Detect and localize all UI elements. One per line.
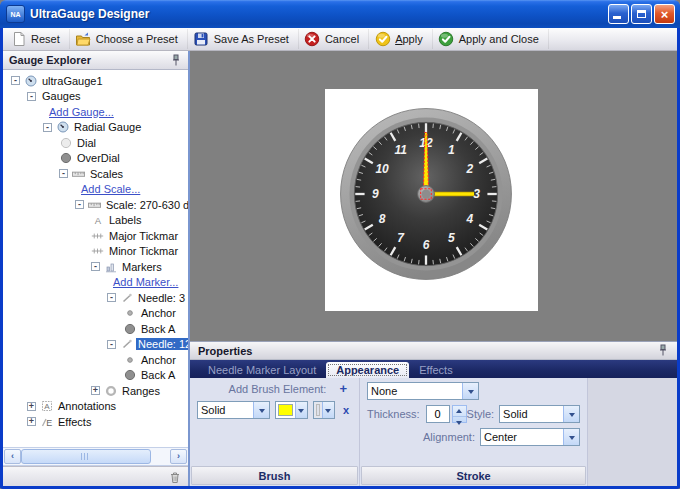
tree-item-major-tickmar[interactable]: Major Tickmar [3,228,188,244]
delete-trash-icon[interactable] [167,469,182,484]
tree-item-label: Dial [75,137,98,149]
stroke-group-footer: Stroke [361,466,586,485]
expander-collapse-icon[interactable]: - [27,92,36,101]
ruler-icon [88,199,101,211]
tree-item-back-a[interactable]: Back A [3,368,188,384]
brush-type-select[interactable]: Solid [197,401,270,419]
save-as-preset-button[interactable]: Save As Preset [188,29,299,49]
svg-text:A: A [94,215,101,226]
circle-dark-icon [123,369,136,381]
tree-item-annotations[interactable]: +AAnnotations [3,399,188,415]
tree-item-label: Radial Gauge [72,121,143,133]
page-icon [10,31,27,48]
tree-item-minor-tickmar[interactable]: Minor Tickmar [3,244,188,260]
gauge-explorer-panel: Gauge Explorer -ultraGauge1-GaugesAdd Ga… [3,51,190,486]
style-label: Style: [467,408,495,420]
reset-button[interactable]: Reset [5,29,70,49]
ring-icon [104,385,117,397]
tree-item-ultragauge1[interactable]: -ultraGauge1 [3,73,188,89]
tab-needle-marker-layout[interactable]: Needle Marker Layout [198,362,326,378]
style-select[interactable]: Solid [499,405,580,423]
chevron-down-icon[interactable] [322,402,334,418]
expander-collapse-icon[interactable]: - [43,123,52,132]
chevron-down-icon[interactable] [295,402,307,418]
tree-item-ranges[interactable]: +Ranges [3,383,188,399]
svg-text:10: 10 [375,162,389,176]
brush-extra-select[interactable] [313,401,335,419]
tree-item-label: Needle: 3 [136,292,187,304]
dot-icon [123,307,136,319]
scroll-left-icon[interactable]: ‹ [4,449,21,464]
add-brush-element-label: Add Brush Element: [229,383,327,395]
thickness-stepper[interactable]: 0 [426,405,467,423]
expander-collapse-icon[interactable]: - [107,340,116,349]
tree-item-effects[interactable]: +EEffects [3,414,188,430]
chevron-down-icon[interactable] [563,406,579,422]
chevron-down-icon[interactable] [462,383,478,399]
tree-item-needle-12[interactable]: -Needle: 12 [3,337,188,353]
tree-item-label[interactable]: Add Marker... [111,276,180,288]
tree-item-label[interactable]: Add Scale... [79,183,142,195]
title-bar[interactable]: NA UltraGauge Designer × [0,0,680,28]
toolbar-button-label: Choose a Preset [96,33,178,45]
scrollbar-thumb[interactable] [21,449,151,464]
close-button[interactable]: × [654,4,675,24]
remove-brush-element-button[interactable]: x [340,405,352,416]
svg-text:A: A [44,402,50,411]
tree-item-add-marker[interactable]: Add Marker... [3,275,188,291]
thickness-label: Thickness: [367,408,420,420]
expander-expand-icon[interactable]: + [27,402,36,411]
tree-item-add-gauge[interactable]: Add Gauge... [3,104,188,120]
tree-item-label: ultraGauge1 [40,75,105,87]
spin-down-icon[interactable] [453,417,466,428]
expander-expand-icon[interactable]: + [27,417,36,426]
expander-collapse-icon[interactable]: - [91,262,100,271]
circle-light-icon [59,137,72,149]
pin-icon[interactable] [657,344,669,357]
tree-item-gauges[interactable]: -Gauges [3,89,188,105]
stroke-type-select[interactable]: None [367,382,479,400]
tree-item-markers[interactable]: -Markers [3,259,188,275]
choose-a-preset-button[interactable]: Choose a Preset [70,29,188,49]
tree-item-scales[interactable]: -Scales [3,166,188,182]
expander-collapse-icon[interactable]: - [75,200,84,209]
tree-item-anchor[interactable]: Anchor [3,352,188,368]
tree-item-overdial[interactable]: OverDial [3,151,188,167]
tree-item-labels[interactable]: ALabels [3,213,188,229]
tree-item-dial[interactable]: Dial [3,135,188,151]
expander-collapse-icon[interactable]: - [107,293,116,302]
apply-button[interactable]: Apply [369,29,433,49]
tree-item-add-scale[interactable]: Add Scale... [3,182,188,198]
apply-and-close-button[interactable]: Apply and Close [433,29,549,49]
expander-expand-icon[interactable]: + [91,386,100,395]
scroll-right-icon[interactable]: › [170,449,187,464]
pin-icon[interactable] [170,54,182,67]
cancel-button[interactable]: Cancel [299,29,369,49]
spin-up-icon[interactable] [453,406,466,417]
horizontal-scrollbar[interactable]: ‹ › [3,447,188,466]
tree-item-back-a[interactable]: Back A [3,321,188,337]
design-canvas[interactable]: 123456789101112 [325,89,538,311]
brush-color-select[interactable] [275,401,307,419]
tab-effects[interactable]: Effects [409,362,462,378]
tree-item-label[interactable]: Add Gauge... [47,106,116,118]
chevron-down-icon[interactable] [253,402,269,418]
tree-item-radial-gauge[interactable]: -Radial Gauge [3,120,188,136]
maximize-button[interactable] [631,4,652,24]
add-brush-element-button[interactable]: + [336,382,350,395]
expander-collapse-icon[interactable]: - [11,76,20,85]
alignment-select[interactable]: Center [480,428,580,446]
toolbar-button-label: Apply and Close [459,33,539,45]
annotation-icon: A [40,400,53,412]
tree-item-anchor[interactable]: Anchor [3,306,188,322]
svg-text:6: 6 [423,238,430,252]
chevron-down-icon[interactable] [563,429,579,445]
tab-appearance[interactable]: Appearance [326,362,409,378]
minimize-button[interactable] [608,4,629,24]
expander-collapse-icon[interactable]: - [59,169,68,178]
minimize-icon [613,16,621,19]
tree-item-label: Anchor [139,354,178,366]
tree-item-needle-3[interactable]: -Needle: 3 [3,290,188,306]
radial-gauge[interactable]: 123456789101112 [337,105,515,283]
tree-item-scale-270-630-de[interactable]: -Scale: 270-630 de [3,197,188,213]
